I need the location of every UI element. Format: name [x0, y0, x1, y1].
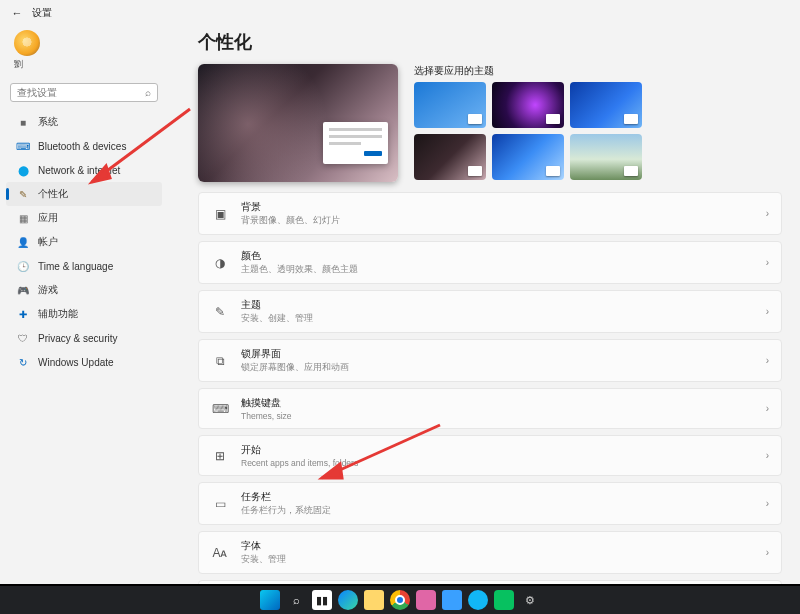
explorer-icon[interactable] — [364, 590, 384, 610]
settings-card-1[interactable]: ◑颜色主题色、透明效果、颜色主题› — [198, 241, 782, 284]
nav-icon: ↻ — [16, 355, 30, 369]
sidebar-item-0[interactable]: ■系统 — [6, 110, 162, 134]
sidebar-item-8[interactable]: ✚辅助功能 — [6, 302, 162, 326]
card-icon: Aᴀ — [211, 544, 229, 562]
card-subtitle: 任务栏行为，系统固定 — [241, 505, 754, 517]
nav-label: 帐户 — [38, 235, 58, 249]
theme-grid — [414, 82, 782, 180]
taskbar-search-icon[interactable]: ⌕ — [286, 590, 306, 610]
nav-icon: ⌨ — [16, 139, 30, 153]
main: 个性化 选择要应用的主题 ▣背景背景图像、颜色、 — [168, 26, 800, 586]
qq-icon[interactable] — [468, 590, 488, 610]
back-button[interactable]: ← — [10, 7, 24, 19]
nav-icon: ⬤ — [16, 163, 30, 177]
card-title: 主题 — [241, 298, 754, 312]
settings-card-0[interactable]: ▣背景背景图像、颜色、幻灯片› — [198, 192, 782, 235]
sidebar-item-9[interactable]: 🛡Privacy & security — [6, 326, 162, 350]
search-input[interactable]: ⌕ — [10, 83, 158, 102]
card-icon: ▭ — [211, 495, 229, 513]
settings-cards: ▣背景背景图像、颜色、幻灯片›◑颜色主题色、透明效果、颜色主题›✎主题安装、创建… — [198, 192, 782, 586]
chevron-right-icon: › — [766, 403, 769, 414]
card-title: 字体 — [241, 539, 754, 553]
chevron-right-icon: › — [766, 306, 769, 317]
nav-label: 个性化 — [38, 187, 68, 201]
nav-icon: ✎ — [16, 187, 30, 201]
nav-icon: 🎮 — [16, 283, 30, 297]
edge-icon[interactable] — [338, 590, 358, 610]
settings-card-3[interactable]: ⧉锁屏界面锁定屏幕图像、应用和动画› — [198, 339, 782, 382]
nav-icon: 🛡 — [16, 331, 30, 345]
card-title: 触摸键盘 — [241, 396, 754, 410]
card-title: 背景 — [241, 200, 754, 214]
chevron-right-icon: › — [766, 547, 769, 558]
card-subtitle: 锁定屏幕图像、应用和动画 — [241, 362, 754, 374]
nav-icon: ✚ — [16, 307, 30, 321]
nav-icon: 👤 — [16, 235, 30, 249]
card-subtitle: Themes, size — [241, 411, 754, 421]
card-title: 开始 — [241, 443, 754, 457]
card-icon: ✎ — [211, 303, 229, 321]
card-title: 任务栏 — [241, 490, 754, 504]
avatar — [14, 30, 40, 56]
search-icon: ⌕ — [145, 87, 151, 98]
nav-label: Privacy & security — [38, 333, 117, 344]
card-icon: ⊞ — [211, 447, 229, 465]
nav-label: Windows Update — [38, 357, 114, 368]
sidebar-item-7[interactable]: 🎮游戏 — [6, 278, 162, 302]
sidebar: 劉 ⌕ ■系统⌨Bluetooth & devices⬤Network & in… — [0, 26, 168, 586]
sidebar-nav: ■系统⌨Bluetooth & devices⬤Network & intern… — [6, 110, 162, 374]
chrome-icon[interactable] — [390, 590, 410, 610]
window-title: 设置 — [32, 6, 52, 20]
chevron-right-icon: › — [766, 450, 769, 461]
start-button[interactable] — [260, 590, 280, 610]
nav-label: Time & language — [38, 261, 113, 272]
sidebar-item-2[interactable]: ⬤Network & internet — [6, 158, 162, 182]
theme-option-5[interactable] — [492, 134, 564, 180]
theme-option-3[interactable] — [570, 82, 642, 128]
settings-card-5[interactable]: ⊞开始Recent apps and items, folders› — [198, 435, 782, 476]
theme-option-2[interactable] — [492, 82, 564, 128]
sidebar-item-10[interactable]: ↻Windows Update — [6, 350, 162, 374]
settings-icon[interactable]: ⚙ — [520, 590, 540, 610]
nav-label: Network & internet — [38, 165, 120, 176]
settings-card-2[interactable]: ✎主题安装、创建、管理› — [198, 290, 782, 333]
chevron-right-icon: › — [766, 257, 769, 268]
chevron-right-icon: › — [766, 355, 769, 366]
nav-label: 游戏 — [38, 283, 58, 297]
card-subtitle: 背景图像、颜色、幻灯片 — [241, 215, 754, 227]
sidebar-item-5[interactable]: 👤帐户 — [6, 230, 162, 254]
settings-card-6[interactable]: ▭任务栏任务栏行为，系统固定› — [198, 482, 782, 525]
sidebar-item-3[interactable]: ✎个性化 — [6, 182, 162, 206]
card-subtitle: 主题色、透明效果、颜色主题 — [241, 264, 754, 276]
user-block[interactable]: 劉 — [6, 26, 162, 79]
nav-icon: ▦ — [16, 211, 30, 225]
chevron-right-icon: › — [766, 498, 769, 509]
app-icon-1[interactable] — [416, 590, 436, 610]
task-view-icon[interactable]: ▮▮ — [312, 590, 332, 610]
card-icon: ◑ — [211, 254, 229, 272]
search-field[interactable] — [17, 87, 145, 98]
nav-label: 应用 — [38, 211, 58, 225]
theme-option-1[interactable] — [414, 82, 486, 128]
desktop-preview — [198, 64, 398, 182]
page-title: 个性化 — [198, 30, 782, 54]
theme-option-4[interactable] — [414, 134, 486, 180]
card-icon: ▣ — [211, 205, 229, 223]
sidebar-item-6[interactable]: 🕒Time & language — [6, 254, 162, 278]
nav-label: 系统 — [38, 115, 58, 129]
taskbar[interactable]: ⌕ ▮▮ ⚙ — [0, 584, 800, 614]
card-icon: ⌨ — [211, 400, 229, 418]
nav-icon: 🕒 — [16, 259, 30, 273]
settings-card-4[interactable]: ⌨触摸键盘Themes, size› — [198, 388, 782, 429]
settings-card-7[interactable]: Aᴀ字体安装、管理› — [198, 531, 782, 574]
card-icon: ⧉ — [211, 352, 229, 370]
sidebar-item-1[interactable]: ⌨Bluetooth & devices — [6, 134, 162, 158]
wechat-icon[interactable] — [494, 590, 514, 610]
chevron-right-icon: › — [766, 208, 769, 219]
card-subtitle: 安装、管理 — [241, 554, 754, 566]
sidebar-item-4[interactable]: ▦应用 — [6, 206, 162, 230]
app-icon-2[interactable] — [442, 590, 462, 610]
theme-option-6[interactable] — [570, 134, 642, 180]
user-name: 劉 — [14, 58, 23, 71]
nav-label: 辅助功能 — [38, 307, 78, 321]
